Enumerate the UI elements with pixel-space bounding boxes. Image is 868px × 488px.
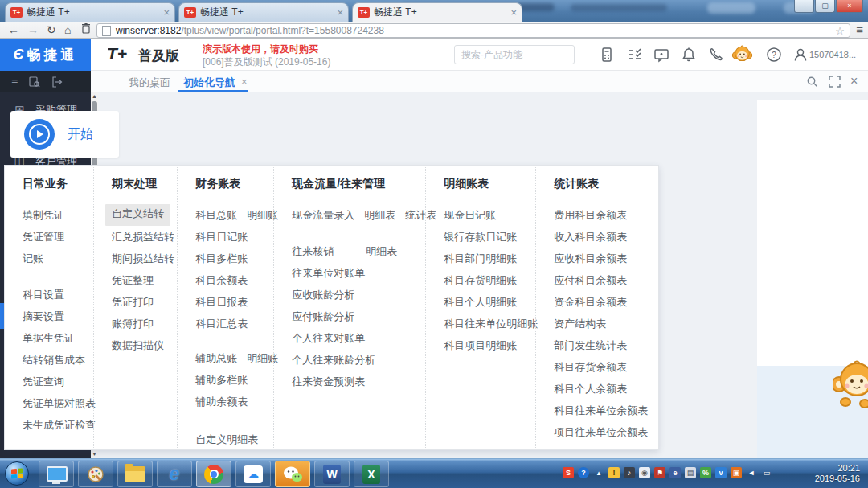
window-maximize-button[interactable]: ▢ (815, 0, 835, 13)
tray-printer-icon[interactable]: ▤ (685, 467, 696, 478)
menu-item[interactable]: 个人往来对账单 (292, 327, 365, 349)
menu-item[interactable]: 往来资金预测表 (292, 371, 365, 392)
back-icon[interactable]: ← (8, 22, 19, 38)
window-close-button[interactable]: × (836, 0, 863, 13)
menu-item[interactable]: 账簿打印 (112, 313, 154, 334)
user-icon[interactable] (792, 46, 809, 64)
start-button[interactable]: 开始 (10, 111, 119, 158)
menu-item[interactable]: 科目存货明细账 (444, 269, 517, 291)
menu-item[interactable]: 数据扫描仪 (112, 334, 164, 356)
menu-item[interactable]: 科目多栏账 (195, 248, 248, 269)
taskbar-baidu-cloud[interactable]: ☁ (235, 461, 271, 487)
url-bar[interactable]: winserver:8182 /tplus/view/portal/portal… (96, 23, 850, 38)
menu-item[interactable]: 科目个人明细账 (444, 291, 517, 313)
tray-browser-icon[interactable]: e (669, 467, 681, 478)
bell-icon[interactable] (680, 46, 698, 64)
menu-item[interactable]: 应付账龄分析 (292, 306, 354, 327)
calculator-icon[interactable] (598, 46, 616, 64)
tray-switch-icon[interactable]: % (700, 467, 711, 478)
menu-item[interactable]: 应收账龄分析 (292, 284, 354, 306)
tab-my-desktop[interactable]: 我的桌面 (129, 76, 170, 90)
menu-item[interactable]: 部门发生统计表 (554, 334, 627, 356)
menu-item[interactable]: 科目存货余额表 (554, 356, 627, 378)
reload-icon[interactable]: ↻ (47, 22, 56, 38)
workspace-close-icon[interactable]: × (850, 74, 858, 88)
monkey-assistant-icon[interactable] (731, 43, 753, 65)
taskbar-explorer[interactable] (117, 461, 153, 487)
menu-item[interactable]: 往来核销 (292, 240, 334, 262)
scroll-down-icon[interactable]: ▼ (91, 450, 98, 458)
menu-item[interactable]: 收入科目余额表 (554, 226, 627, 248)
menu-item[interactable]: 科目日报表 (195, 291, 248, 313)
menu-item[interactable]: 期间损益结转 (112, 248, 174, 269)
menu-item[interactable]: 记账 (23, 248, 43, 269)
menu-item[interactable]: 辅助总账 (195, 347, 237, 369)
taskbar-ie[interactable]: e (157, 461, 192, 487)
menu-item[interactable]: 凭证打印 (112, 291, 154, 313)
menu-item[interactable]: 资金科目余额表 (554, 291, 627, 313)
menu-item[interactable]: 科目日记账 (195, 226, 248, 248)
trash-icon[interactable] (81, 22, 91, 38)
tray-flag-icon[interactable]: ⚑ (654, 467, 665, 478)
collapse-menu-icon[interactable]: ≡ (11, 76, 18, 88)
taskbar-excel[interactable]: X (354, 461, 389, 487)
menu-item[interactable]: 辅助多栏账 (195, 369, 248, 391)
tray-show-hidden-icon[interactable]: ▴ (593, 467, 604, 478)
browser-menu-icon[interactable]: ≡ (856, 23, 863, 36)
scroll-up-icon[interactable]: ▲ (91, 92, 98, 100)
tab-close-icon[interactable]: × (241, 76, 248, 88)
menu-item[interactable]: 明细表 (366, 240, 397, 262)
menu-item[interactable]: 未生成凭证检查 (23, 414, 96, 436)
home-icon[interactable]: ⌂ (64, 22, 71, 38)
menu-item[interactable]: 自定义明细表 (195, 429, 258, 450)
menu-item[interactable]: 应收科目余额表 (554, 248, 627, 269)
doc-search-icon[interactable] (29, 76, 40, 88)
fullscreen-icon[interactable] (829, 76, 841, 88)
username[interactable]: 15070418... (809, 50, 856, 59)
browser-tab[interactable]: T+畅捷通 T+× (352, 2, 522, 22)
browser-tab[interactable]: T+畅捷通 T+× (178, 2, 349, 22)
tray-shield-icon[interactable]: v (715, 467, 727, 478)
tab-close-icon[interactable]: × (337, 6, 343, 18)
menu-item[interactable]: 结转销售成本 (23, 349, 85, 371)
bookmark-star-icon[interactable]: ☆ (835, 25, 845, 37)
message-icon[interactable] (653, 46, 670, 64)
help-icon[interactable]: ? (765, 46, 783, 64)
menu-item[interactable]: 费用科目余额表 (554, 204, 627, 226)
menu-item[interactable]: 自定义结转 (105, 204, 170, 226)
forward-icon[interactable]: → (27, 22, 39, 38)
menu-item[interactable]: 科目往来单位明细账 (444, 313, 538, 334)
tray-help-icon[interactable]: ? (578, 467, 589, 478)
checklist-icon[interactable] (626, 46, 644, 64)
menu-item[interactable]: 科目余额表 (195, 269, 248, 291)
menu-item[interactable]: 单据生凭证 (23, 327, 75, 349)
exit-icon[interactable] (51, 76, 63, 88)
menu-item[interactable]: 汇兑损益结转 (112, 226, 174, 248)
tab-close-icon[interactable]: × (163, 6, 170, 18)
menu-item[interactable]: 项目往来单位余额表 (554, 421, 648, 443)
start-orb[interactable] (5, 461, 29, 486)
phone-icon[interactable] (707, 46, 725, 64)
tray-network-icon[interactable]: ▭ (761, 467, 772, 478)
tray-sogou-icon[interactable]: S (563, 467, 574, 478)
tray-office-tool-icon[interactable]: ▣ (731, 467, 742, 478)
menu-item[interactable]: 科目往来单位余额表 (554, 400, 648, 421)
menu-item[interactable]: 明细表 (364, 204, 395, 226)
menu-item[interactable]: 填制凭证 (23, 204, 64, 226)
browser-tab[interactable]: T+畅捷通 T+× (5, 2, 175, 22)
menu-item[interactable]: 凭证管理 (23, 226, 64, 248)
menu-item[interactable]: 银行存款日记账 (444, 226, 517, 248)
window-minimize-button[interactable]: — (794, 0, 814, 13)
menu-item[interactable]: 应付科目余额表 (554, 269, 627, 291)
menu-item[interactable]: 现金日记账 (444, 204, 496, 226)
taskbar-show-desktop[interactable] (39, 461, 74, 487)
menu-item[interactable]: 科目总账 (195, 204, 237, 226)
menu-item[interactable]: 现金流量录入 (292, 204, 354, 226)
workspace-search-icon[interactable] (806, 76, 818, 88)
menu-item[interactable]: 摘要设置 (23, 306, 64, 327)
tray-volume-icon[interactable]: ◄ (746, 467, 757, 478)
tab-close-icon[interactable]: × (510, 6, 517, 18)
menu-item[interactable]: 凭证整理 (112, 269, 154, 291)
menu-item[interactable]: 科目个人余额表 (554, 378, 627, 400)
menu-item[interactable]: 辅助余额表 (195, 391, 248, 412)
